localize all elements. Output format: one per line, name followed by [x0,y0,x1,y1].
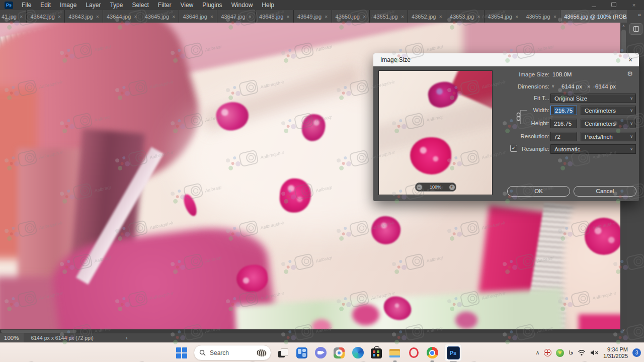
edge-button[interactable] [351,346,364,359]
gear-icon[interactable]: ⚙ [627,70,633,77]
tab-close-icon[interactable]: × [210,14,213,20]
document-tab[interactable]: 43644.jpg× [103,10,141,23]
start-button[interactable] [175,346,188,359]
tab-label: 43644.jpg [107,14,131,20]
opera-button[interactable] [407,346,420,359]
tab-label: 43643.jpg [68,14,93,20]
tab-close-icon[interactable]: × [134,14,137,20]
fit-to-dropdown[interactable]: Original Size ∨ [550,94,636,103]
task-view-icon [281,348,288,356]
wifi-icon[interactable] [578,349,586,356]
collapse-dock-icon[interactable]: « [638,12,641,18]
tab-close-icon[interactable]: × [401,14,404,20]
document-tab[interactable]: 43646.jpg× [179,10,217,23]
photoshop-logo-icon: Ps [5,2,13,9]
resolution-unit-dropdown[interactable]: Pixels/Inch ∨ [581,132,636,141]
volume-muted-icon[interactable] [590,349,599,356]
zoom-out-button[interactable]: − [417,185,422,190]
photoshop-window: Ps FileEditImageLayerTypeSelectFilterVie… [0,0,644,362]
tab-close-icon[interactable]: × [477,14,480,20]
tab-close-icon[interactable]: × [20,14,23,20]
dimensions-chevron-icon[interactable]: ∨ [551,83,555,88]
menu-item-type[interactable]: Type [105,0,127,10]
document-tab[interactable]: 43645.jpg× [141,10,180,23]
widgets-button[interactable] [295,346,308,359]
ok-button[interactable]: OK [507,186,570,197]
tab-close-icon[interactable]: × [439,14,442,20]
tab-close-icon[interactable]: × [325,14,328,20]
chrome-button[interactable] [426,346,439,359]
crosshair-tray-icon[interactable] [544,349,551,356]
document-tab[interactable]: 43642.jpg× [27,10,65,23]
tab-label: 43648.jpg [259,14,283,20]
menu-item-view[interactable]: View [176,0,198,10]
notification-badge[interactable]: 3 [632,348,641,357]
cancel-button[interactable]: Cancel [574,186,636,197]
menu-item-file[interactable]: File [17,0,36,10]
document-tab[interactable]: 43656.jpg @ 100% (RGB/8#)× [560,10,627,23]
language-indicator[interactable]: فا [569,349,573,356]
zoom-in-button[interactable]: + [449,185,455,190]
image-size-dialog: Image Size × − 100% + Image Size: 108.0M… [373,53,639,201]
clock[interactable]: 9:34 PM 1/31/2025 [603,346,628,359]
photoshop-taskbar-button[interactable]: Ps [444,344,462,361]
width-unit-dropdown[interactable]: Centimeters ∨ [581,106,636,115]
status-menu-chevron-icon[interactable]: › [126,335,128,341]
menu-items: FileEditImageLayerTypeSelectFilterViewPl… [17,0,279,10]
tab-close-icon[interactable]: × [172,14,175,20]
preview-zoom-value: 100% [430,185,441,190]
zoom-level-field[interactable]: 100% [0,333,24,342]
document-tab[interactable]: 43650.jpg× [332,10,370,23]
microsoft-store-button[interactable] [370,346,383,359]
document-tabs: 41.jpg×43642.jpg×43643.jpg×43644.jpg×436… [0,10,627,23]
document-tab[interactable]: 43651.jpg× [370,10,408,23]
document-tab[interactable]: 43654.jpg× [485,10,523,23]
search-box[interactable]: Search [194,345,271,360]
file-explorer-button[interactable] [388,346,401,359]
horizontal-scroll-thumb[interactable] [1,330,76,333]
menu-item-plugins[interactable]: Plugins [198,0,226,10]
resample-dropdown[interactable]: Automatic ∨ [550,144,636,154]
tab-close-icon[interactable]: × [515,14,518,20]
document-tab[interactable]: 43647.jpg× [217,10,256,23]
menu-item-help[interactable]: Help [257,0,279,10]
scroll-up-icon[interactable]: ∧ [620,24,627,28]
horizontal-scrollbar[interactable] [0,329,620,333]
tab-close-icon[interactable]: × [363,14,366,20]
document-tab[interactable]: 41.jpg× [0,10,27,23]
menu-item-layer[interactable]: Layer [81,0,105,10]
tab-close-icon[interactable]: × [58,14,61,20]
resolution-input[interactable]: 72 [550,132,577,141]
tab-close-icon[interactable]: × [96,14,99,20]
dialog-close-button[interactable]: × [626,53,635,66]
libraries-panel-button[interactable] [629,23,642,35]
menu-item-window[interactable]: Window [227,0,258,10]
document-tab[interactable]: 43649.jpg× [294,10,332,23]
scroll-down-icon[interactable]: ∨ [620,328,627,332]
menu-item-image[interactable]: Image [55,0,81,10]
menu-item-edit[interactable]: Edit [36,0,55,10]
tab-close-icon[interactable]: × [249,14,252,20]
document-tab[interactable]: 43652.jpg× [408,10,446,23]
maximize-button[interactable] [604,0,624,10]
document-tab[interactable]: 43653.jpg× [446,10,485,23]
download-manager-icon[interactable] [556,349,564,357]
lens-app-button[interactable] [333,346,346,359]
dialog-title-bar[interactable]: Image Size × [373,53,639,66]
height-unit-dropdown[interactable]: Centimeters ∨ [581,119,636,128]
document-tab[interactable]: 43648.jpg× [256,10,294,23]
document-tab[interactable]: 43655.jpg× [522,10,560,23]
height-input[interactable]: 216.75 [550,119,577,128]
tab-close-icon[interactable]: × [553,14,556,20]
document-tab[interactable]: 43643.jpg× [65,10,103,23]
chat-button[interactable] [314,346,327,359]
menu-item-filter[interactable]: Filter [153,0,176,10]
chevron-down-icon: ∨ [630,145,633,154]
minimize-button[interactable] [584,0,604,10]
menu-item-select[interactable]: Select [127,0,153,10]
task-view-button[interactable] [277,346,290,359]
tray-overflow-chevron-icon[interactable]: ∧ [535,349,539,356]
width-input[interactable]: 216.75 [550,106,577,115]
tab-close-icon[interactable]: × [286,14,289,20]
close-button[interactable]: × [624,0,644,10]
